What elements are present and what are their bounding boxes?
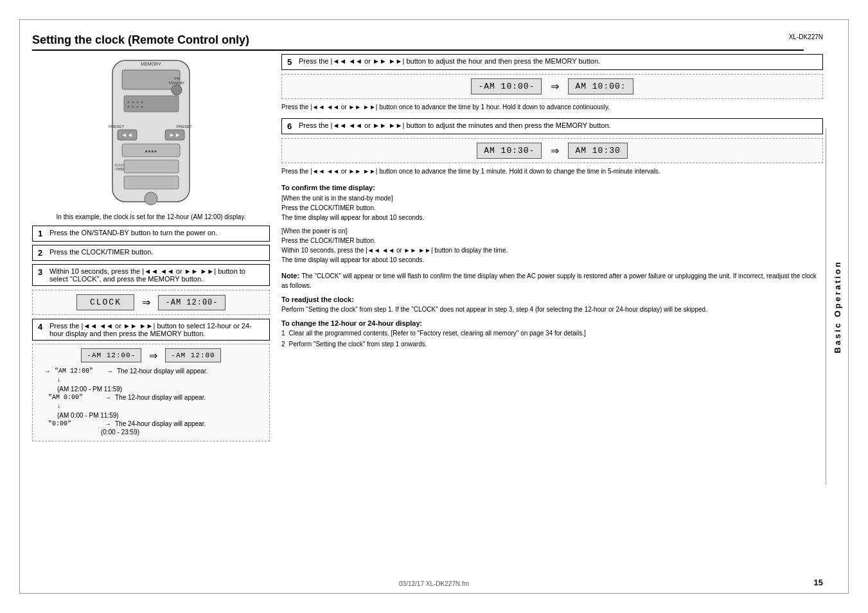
- example-text: In this example, the clock is set for th…: [32, 213, 270, 220]
- svg-text:PRESET: PRESET: [109, 125, 124, 129]
- step-4-lcd-left: -AM 12:00-: [81, 348, 141, 362]
- step-5-text: Press the |◄◄ ◄◄ or ►► ►►| button to adj…: [299, 57, 600, 65]
- svg-point-14: [141, 106, 143, 108]
- step-5-display: -AM 10:00- ⇒ AM 10:00:: [281, 74, 823, 99]
- step4-item-3-arrow: →: [105, 420, 111, 427]
- step4-item-1-arrow2: →: [107, 368, 113, 375]
- svg-text:STAND-BY: STAND-BY: [169, 81, 186, 85]
- remote-control-image: MEMORY ON/ STAND-BY PRESET: [32, 54, 270, 208]
- svg-text:●●●●: ●●●●: [145, 148, 157, 154]
- svg-text:MEMORY: MEMORY: [141, 62, 161, 66]
- step-3-lcd-left: CLOCK: [76, 294, 134, 310]
- note-section: Note: The "CLOCK" will appear or time wi…: [281, 271, 823, 290]
- step-4-lcd-right: -AM 12:00: [165, 348, 220, 362]
- border-top: [19, 19, 849, 20]
- step-3-text: Within 10 seconds, press the |◄◄ ◄◄ or ►…: [49, 267, 264, 283]
- svg-rect-26: [124, 176, 179, 189]
- sidebar-tab: Basic Operation: [826, 129, 849, 484]
- svg-point-12: [132, 106, 134, 108]
- step-5: 5 Press the |◄◄ ◄◄ or ►► ►►| button to a…: [281, 54, 823, 70]
- step-3-number: 3: [38, 267, 47, 277]
- change-item-2-num: 2: [281, 339, 285, 349]
- svg-rect-25: [124, 160, 179, 173]
- svg-text:PRESET: PRESET: [177, 125, 192, 129]
- step-5-arrow: ⇒: [551, 80, 559, 93]
- confirm-text-2: [When the power is on] Press the CLOCK/T…: [281, 226, 823, 265]
- model-number: XL-DK227N: [789, 33, 823, 40]
- step4-item-2-label: "AM 0:00": [48, 394, 101, 401]
- step-2: 2 Press the CLOCK/TIMER button.: [32, 245, 270, 261]
- change-item-2-text: Perform "Setting the clock" from step 1 …: [289, 339, 427, 349]
- confirm-text-1: [When the unit is in the stand-by mode] …: [281, 193, 823, 222]
- readjust-heading: To readjust the clock:: [281, 296, 823, 303]
- step4-item-1-sub: (AM 12:00 - PM 11:59): [57, 386, 263, 393]
- step-1-number: 1: [38, 229, 47, 238]
- step-6-note: Press the |◄◄ ◄◄ or ►► ►►| button once t…: [281, 167, 823, 176]
- step-1-text: Press the ON/STAND-BY button to turn the…: [49, 229, 217, 236]
- svg-text:◄◄: ◄◄: [121, 132, 133, 138]
- step4-item-2-arrow: →: [105, 394, 111, 401]
- step-6: 6 Press the |◄◄ ◄◄ or ►► ►►| button to a…: [281, 118, 823, 134]
- step-6-arrow: ⇒: [551, 145, 559, 157]
- step-2-text: Press the CLOCK/TIMER button.: [49, 248, 153, 256]
- step-6-text: Press the |◄◄ ◄◄ or ►► ►►| button to adj…: [299, 121, 611, 129]
- step4-item-1-sub-arrow: ↓: [57, 376, 60, 383]
- sidebar-label: Basic Operation: [833, 260, 842, 353]
- svg-text:►►: ►►: [169, 132, 181, 138]
- step4-item-3-label: "0:00": [48, 420, 101, 427]
- step4-item-3-desc: The 24-hour display will appear.: [115, 420, 206, 427]
- step-5-lcd-left: -AM 10:00-: [471, 78, 542, 94]
- change-heading: To change the 12-hour or 24-hour display…: [281, 319, 823, 327]
- step-6-lcd-left: AM 10:30-: [477, 143, 542, 159]
- svg-point-9: [137, 102, 139, 103]
- svg-text:ON/: ON/: [174, 76, 181, 80]
- note-text: The "CLOCK" will appear or time will fla…: [281, 272, 817, 289]
- step-5-note: Press the |◄◄ ◄◄ or ►► ►►| button once t…: [281, 103, 823, 112]
- step-3-display: CLOCK ⇒ -AM 12:00-: [32, 290, 270, 315]
- border-left: [19, 19, 20, 594]
- step-4-display-area: -AM 12:00- ⇒ -AM 12:00 → "AM 12:00" → Th…: [32, 344, 270, 441]
- svg-point-13: [137, 106, 139, 108]
- step-6-lcd-right: AM 10:30: [568, 143, 627, 159]
- page-number: 15: [814, 578, 823, 587]
- step-5-number: 5: [287, 57, 296, 67]
- step4-item-1-label: "AM 12:00": [55, 368, 103, 375]
- step-5-lcd-right: AM 10:00:: [568, 78, 633, 94]
- step4-item-2-sub: (AM 0:00 - PM 11:59): [57, 412, 263, 419]
- svg-point-5: [172, 85, 182, 95]
- step-4-items: → "AM 12:00" → The 12-hour display will …: [44, 368, 263, 436]
- step-6-display: AM 10:30- ⇒ AM 10:30: [281, 138, 823, 163]
- step4-item-2-desc: The 12-hour display will appear.: [115, 394, 206, 401]
- svg-point-7: [128, 102, 130, 103]
- svg-point-8: [132, 102, 134, 103]
- readjust-text: Perform "Setting the clock" from step 1.…: [281, 305, 823, 314]
- svg-rect-6: [124, 96, 179, 112]
- svg-point-11: [128, 106, 130, 108]
- step-3-lcd-right: -AM 12:00-: [158, 295, 225, 310]
- step-6-number: 6: [287, 121, 296, 131]
- change-item-1-text: Clear all the programmed contents. [Refe…: [289, 328, 586, 338]
- step-4-number: 4: [38, 322, 47, 332]
- footer: 03/12/17 XL-DK227N.fm: [399, 580, 469, 587]
- step-4-arrow: ⇒: [149, 350, 157, 362]
- step4-item-1-desc: The 12-hour display will appear.: [117, 368, 208, 375]
- step4-item-2-sub-arrow: ↓: [57, 402, 60, 409]
- step-3-arrow: ⇒: [142, 296, 150, 308]
- border-bottom: [19, 593, 849, 594]
- confirm-heading: To confirm the time display:: [281, 184, 823, 191]
- step-4: 4 Press the |◄◄ ◄◄ or ►► ►►| button to s…: [32, 319, 270, 341]
- step-1: 1 Press the ON/STAND-BY button to turn t…: [32, 226, 270, 242]
- step4-item-3-sub: (0:00 - 23:59): [101, 429, 263, 436]
- step-3: 3 Within 10 seconds, press the |◄◄ ◄◄ or…: [32, 264, 270, 286]
- step4-item-1-arrow: →: [44, 368, 51, 375]
- svg-rect-1: [122, 70, 180, 89]
- change-item-1-num: 1: [281, 328, 285, 338]
- change-section: To change the 12-hour or 24-hour display…: [281, 319, 823, 349]
- readjust-section: To readjust the clock: Perform "Setting …: [281, 296, 823, 314]
- step-4-text: Press the |◄◄ ◄◄ or ►► ►►| button to sel…: [49, 322, 264, 337]
- note-heading: Note:: [281, 272, 299, 280]
- step-2-number: 2: [38, 248, 47, 258]
- page-title: Setting the clock (Remote Control only): [32, 33, 804, 51]
- svg-point-10: [141, 102, 143, 103]
- svg-point-27: [145, 192, 157, 205]
